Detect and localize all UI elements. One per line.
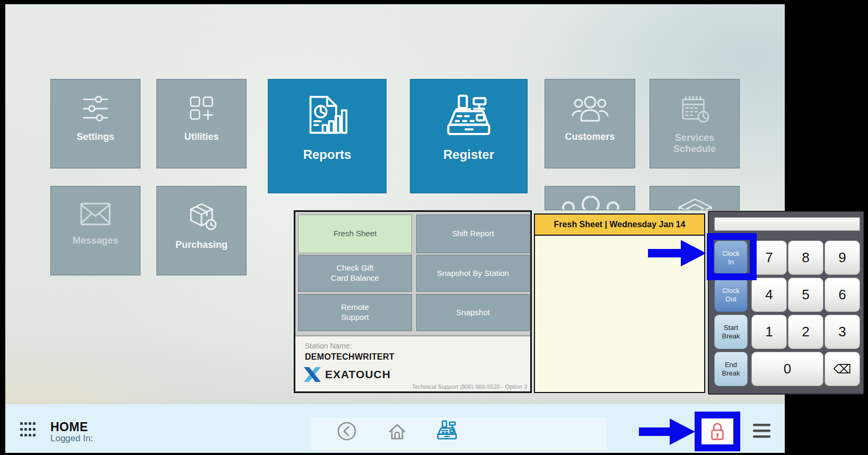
fresh-sheet-header: Fresh Sheet | Wednesday Jan 14	[535, 215, 704, 236]
envelope-icon	[78, 200, 113, 228]
tile-label: Reports	[303, 147, 352, 162]
cube-icon	[674, 197, 716, 210]
annotation-arrow-clock-in	[648, 237, 707, 269]
snapshot-by-station-button[interactable]: Snapshot By Station	[416, 255, 530, 292]
key-3[interactable]: 3	[825, 315, 860, 349]
tile-label: Services Schedule	[665, 132, 724, 154]
calendar-clock-icon	[678, 93, 712, 125]
key-9[interactable]: 9	[825, 240, 860, 275]
tile-reports[interactable]: Reports	[268, 79, 387, 193]
tile-purchasing[interactable]: Purchasing	[156, 186, 247, 275]
people-icon	[560, 196, 621, 210]
logged-in-label: Logged In:	[50, 433, 93, 444]
backspace-key[interactable]: ⌫	[825, 352, 860, 386]
key-6[interactable]: 6	[825, 278, 860, 312]
box-clock-icon	[185, 200, 218, 232]
logo-mark: '	[391, 368, 392, 374]
station-name-value: DEMOTECHWRITERT	[305, 352, 394, 362]
tile-employees-partial[interactable]	[545, 186, 635, 210]
tile-register[interactable]: Register	[410, 79, 528, 193]
tile-utilities[interactable]: Utilities	[156, 79, 247, 168]
key-2[interactable]: 2	[788, 315, 823, 349]
snapshot-button[interactable]: Snapshot	[416, 294, 530, 331]
logo-text: EXATOUCH	[325, 368, 391, 381]
keypad-display[interactable]	[714, 217, 860, 231]
start-break-button[interactable]: Start Break	[714, 315, 748, 349]
screenshot-stage: Settings Utilities Reports	[0, 0, 868, 455]
tile-customers[interactable]: Customers	[545, 79, 635, 168]
annotation-box-clock-in	[707, 233, 757, 280]
grid-plus-icon	[186, 93, 217, 124]
exatouch-logo: EXATOUCH'	[304, 367, 392, 382]
customers-icon	[571, 93, 609, 124]
lock-icon[interactable]	[708, 422, 726, 442]
key-1[interactable]: 1	[751, 315, 787, 349]
key-7[interactable]: 7	[751, 240, 787, 275]
tile-label: Customers	[565, 131, 615, 142]
register-icon[interactable]	[436, 420, 458, 442]
station-info: Station Name: DEMOTECHWRITERT EXATOUCH' …	[295, 335, 530, 391]
page-title: HOME	[50, 420, 88, 434]
end-break-button[interactable]: End Break	[714, 352, 748, 386]
station-name-label: Station Name:	[305, 342, 352, 350]
tile-label: Utilities	[184, 131, 218, 142]
tile-services-schedule[interactable]: Services Schedule	[650, 79, 740, 168]
tile-label: Purchasing	[176, 239, 227, 251]
shift-report-button[interactable]: Shift Report	[416, 215, 530, 253]
apps-grid-icon[interactable]	[20, 422, 36, 438]
bottom-bar: HOME Logged In:	[5, 404, 785, 453]
tile-messages[interactable]: Messages	[50, 186, 141, 275]
cash-register-icon	[443, 93, 494, 138]
fresh-sheet-button[interactable]: Fresh Sheet	[298, 215, 412, 253]
key-8[interactable]: 8	[788, 240, 823, 275]
annotation-arrow-lock	[639, 416, 696, 447]
reports-popup: Fresh Sheet Shift Report Check Gift Card…	[294, 210, 532, 393]
tile-label: Messages	[73, 235, 118, 246]
annotation-box-lock	[695, 412, 740, 451]
menu-icon[interactable]	[753, 424, 771, 439]
tile-label: Register	[443, 147, 494, 162]
support-phone-text: Technical Support (800) 966-5520 - Optio…	[412, 383, 527, 390]
key-5[interactable]: 5	[788, 278, 823, 312]
tile-inventory-partial[interactable]	[650, 186, 740, 210]
back-icon[interactable]	[337, 421, 357, 441]
check-gift-card-balance-button[interactable]: Check Gift Card Balance	[298, 255, 412, 292]
report-chart-icon	[303, 93, 352, 138]
x-logo-icon	[304, 367, 321, 382]
clock-out-button[interactable]: Clock Out	[714, 278, 748, 312]
sliders-icon	[79, 93, 112, 124]
key-4[interactable]: 4	[751, 278, 787, 312]
key-0[interactable]: 0	[751, 352, 823, 386]
home-icon[interactable]	[387, 421, 408, 442]
tile-label: Settings	[76, 131, 114, 142]
tile-settings[interactable]: Settings	[50, 79, 141, 168]
remote-support-button[interactable]: Remote Support	[298, 294, 412, 331]
